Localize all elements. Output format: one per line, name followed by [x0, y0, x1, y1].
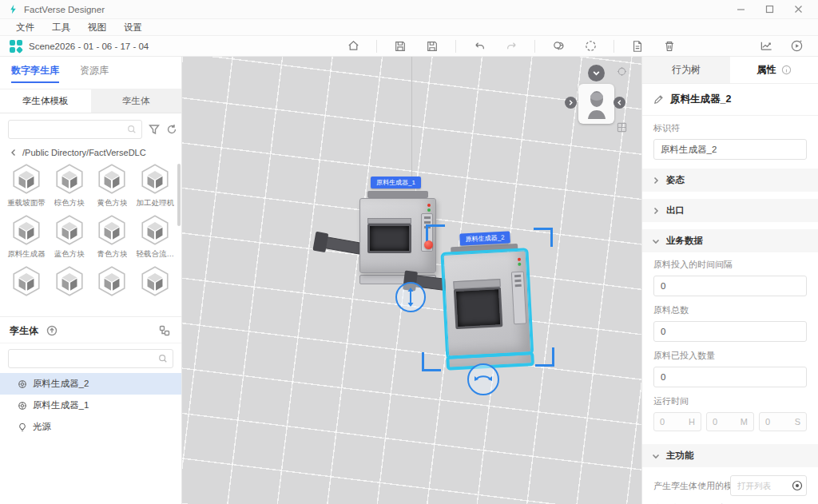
template-item-label: 蓝色方块 [54, 249, 85, 260]
duplicate-icon[interactable] [550, 38, 567, 55]
runtime-seconds-input[interactable]: 0S [759, 412, 807, 431]
template-item[interactable]: 蓝色方块 [48, 213, 91, 260]
selection-circle-icon[interactable] [582, 38, 599, 55]
feed-interval-label: 原料投入的时间间隔 [653, 259, 807, 271]
twin-item-generator-1[interactable]: 原料生成器_1 [0, 395, 181, 416]
rotate-left-icon[interactable] [565, 97, 577, 109]
home-icon[interactable] [344, 38, 362, 55]
toolbar-divider [614, 40, 614, 53]
tab-digital-twin-library[interactable]: 数字孪生库 [11, 64, 59, 83]
search-icon [127, 125, 137, 134]
menu-view[interactable]: 视图 [88, 22, 106, 34]
selection-bracket [422, 352, 441, 371]
rotate-right-icon[interactable] [614, 97, 625, 109]
twin-item-label: 原料生成器_2 [33, 378, 89, 390]
save-as-icon[interactable] [423, 38, 441, 55]
subtab-twin-templates[interactable]: 孪生体模板 [0, 89, 91, 113]
cube-icon [95, 213, 129, 247]
cube-icon [53, 264, 86, 298]
template-item[interactable]: 重载坡面带 [5, 162, 48, 208]
close-icon[interactable] [786, 2, 810, 18]
window-title: FactVerse Designer [24, 5, 729, 14]
run-icon[interactable] [788, 38, 805, 55]
template-item[interactable] [48, 264, 91, 298]
template-item-label: 加工处理机 [136, 198, 174, 208]
template-item[interactable]: 棕色方块 [48, 162, 91, 208]
edit-pencil-icon[interactable] [653, 94, 664, 105]
locate-upload-icon[interactable] [45, 323, 59, 338]
section-pose[interactable]: 姿态 [642, 169, 818, 192]
minimize-icon[interactable] [729, 2, 752, 18]
chevron-left-icon[interactable] [10, 149, 18, 157]
template-item[interactable]: 轻载合流… [133, 213, 177, 260]
template-item[interactable]: 原料生成器 [5, 213, 48, 260]
template-item[interactable]: 黄色方块 [91, 162, 134, 208]
template-item[interactable] [133, 264, 177, 298]
undo-icon[interactable] [471, 38, 488, 55]
material-fed-label: 原料已投入数量 [653, 350, 807, 362]
view-cube-head[interactable] [578, 84, 614, 124]
template-item-label: 青色方块 [97, 249, 127, 260]
save-icon[interactable] [391, 38, 409, 55]
collapse-view-icon[interactable] [588, 65, 605, 81]
redo-icon[interactable] [502, 38, 520, 55]
tab-resource-library[interactable]: 资源库 [80, 64, 109, 83]
lightbulb-icon [18, 423, 27, 432]
tab-properties[interactable]: 属性 [730, 57, 818, 83]
cube-icon [138, 264, 172, 298]
delete-icon[interactable] [661, 38, 678, 55]
template-item-label: 原料生成器 [7, 249, 46, 260]
twin-item-light[interactable]: 光源 [0, 416, 181, 438]
section-business-data[interactable]: 业务数据 [642, 229, 818, 252]
identifier-input[interactable] [653, 139, 807, 160]
twin-search-input[interactable] [8, 349, 173, 368]
menu-settings[interactable]: 设置 [124, 22, 142, 34]
filter-icon[interactable] [149, 122, 160, 137]
connection-point-dot[interactable] [424, 240, 433, 249]
sidebar: 数字孪生库 资源库 孪生体模板 孪生体 /Public Directory/Fa… [0, 57, 182, 504]
selected-object-title: 原料生成器_2 [670, 93, 731, 106]
template-item[interactable] [5, 264, 48, 298]
subtab-twins[interactable]: 孪生体 [91, 89, 182, 113]
toolbar: Scene2026 - 01 - 06 - 17 - 04 [0, 36, 818, 57]
feed-interval-input[interactable] [653, 276, 807, 296]
pick-target-icon[interactable] [792, 480, 803, 491]
object-label-tag[interactable]: 原料生成器_1 [371, 177, 421, 189]
document-icon[interactable] [629, 38, 646, 55]
menu-tools[interactable]: 工具 [52, 22, 70, 34]
inspector-panel: 行为树 属性 原料生成器_2 标识符 姿态 出口 [641, 57, 818, 504]
target-view-icon[interactable] [617, 66, 627, 77]
tab-behavior-tree[interactable]: 行为树 [642, 57, 730, 83]
wall-edge [411, 57, 412, 177]
twin-item-generator-2[interactable]: 原料生成器_2 [0, 373, 181, 395]
scene-chip[interactable]: Scene2026 - 01 - 06 - 17 - 04 [10, 40, 265, 53]
machine-generator-2-selected[interactable]: 原料生成器_2 [443, 243, 532, 368]
template-item[interactable] [91, 264, 134, 298]
refresh-icon[interactable] [166, 122, 177, 137]
menu-file[interactable]: 文件 [16, 22, 34, 34]
material-total-label: 原料总数 [653, 304, 807, 316]
app-window: FactVerse Designer 文件 工具 视图 设置 Scene2026… [0, 0, 818, 504]
statistics-icon[interactable] [757, 38, 775, 55]
maximize-icon[interactable] [757, 2, 781, 18]
material-total-input[interactable] [653, 321, 807, 342]
material-fed-input[interactable] [653, 367, 807, 387]
template-item[interactable]: 加工处理机 [133, 162, 177, 208]
template-search-input[interactable] [8, 120, 142, 139]
section-main-function[interactable]: 主功能 [642, 444, 818, 467]
section-exit[interactable]: 出口 [642, 199, 818, 222]
rotate-horizontal-gizmo[interactable] [467, 363, 499, 395]
machine-icon [18, 401, 27, 411]
breadcrumb-path[interactable]: /Public Directory/FactVerseDLC [22, 148, 146, 157]
viewport-3d[interactable]: 原料生成器_1 原料生成器_2 [182, 57, 641, 504]
tree-view-icon[interactable] [157, 323, 172, 338]
template-scrollbar[interactable] [177, 164, 181, 226]
move-vertical-gizmo[interactable] [395, 282, 426, 312]
template-item[interactable]: 青色方块 [91, 213, 134, 260]
runtime-hours-input[interactable]: 0H [653, 412, 701, 431]
info-icon[interactable] [781, 65, 792, 75]
machine-generator-1[interactable]: 原料生成器_1 [359, 191, 436, 285]
cube-icon [10, 162, 43, 196]
runtime-minutes-input[interactable]: 0M [706, 412, 754, 431]
grid-view-icon[interactable] [617, 122, 627, 133]
